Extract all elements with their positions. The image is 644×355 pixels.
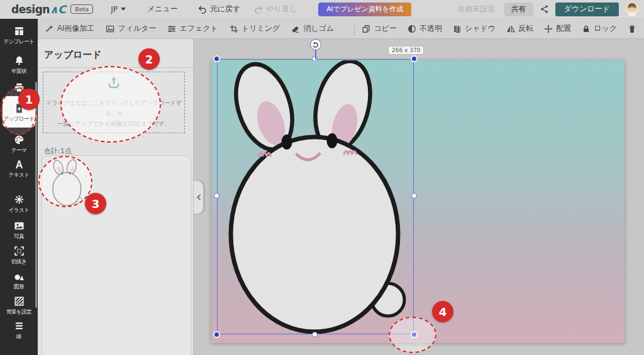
filter-label: フィルター: [118, 23, 156, 34]
sidebar-item-theme[interactable]: テーマ: [0, 133, 38, 155]
delete-button[interactable]: [628, 25, 636, 33]
printer-icon: [0, 81, 38, 94]
undo-button[interactable]: 元に戻す: [198, 4, 241, 14]
avatar[interactable]: [625, 3, 639, 16]
redo-label: やり直し: [266, 4, 297, 14]
background-hatch-icon: [0, 295, 38, 307]
copy-icon: [362, 25, 370, 33]
dropzone-text: ドラッグまたはここをクリックしてアップロードする。※ 一度にアップできる画像は2…: [43, 98, 184, 129]
resize-handle-bottom-left[interactable]: [213, 331, 220, 338]
flip-button[interactable]: 反転: [506, 23, 533, 34]
resize-handle-bottom-right[interactable]: [411, 331, 418, 338]
trimming-button[interactable]: トリミング: [230, 23, 280, 34]
ai-image-edit-button[interactable]: AI画像加工: [45, 23, 94, 34]
lock-icon: [582, 25, 591, 33]
sidebar-item-background[interactable]: 背景を設定: [0, 295, 38, 316]
opacity-button[interactable]: 不透明: [408, 23, 442, 34]
sidebar-item-shapes[interactable]: 図形: [0, 270, 38, 291]
sidebar-item-photo[interactable]: 写真: [0, 219, 38, 241]
undo-label: 元に戻す: [210, 4, 241, 14]
sidebar-label: 年賀状: [0, 68, 38, 75]
ai-image-edit-label: AI画像加工: [57, 23, 94, 34]
sidebar-label: 背景を設定: [0, 309, 38, 316]
flower-icon: [0, 193, 38, 205]
copy-label: コピー: [374, 23, 397, 34]
dropzone-line1: ドラッグまたはここをクリックしてアップロードする。※: [43, 98, 184, 119]
filter-image-icon: [106, 25, 114, 33]
rotate-icon: [313, 41, 319, 48]
flip-label: 反転: [518, 23, 533, 34]
sidebar-item-upload[interactable]: アップロード: [3, 96, 35, 128]
effect-button[interactable]: エフェクト: [167, 23, 218, 34]
resize-handle-left[interactable]: [214, 193, 219, 199]
opacity-label: 不透明: [419, 23, 442, 34]
sidebar-label: 線: [0, 333, 38, 341]
upload-file-icon: [3, 102, 35, 114]
filter-button[interactable]: フィルター: [106, 23, 156, 34]
lines-icon: [0, 319, 38, 332]
sidebar-label: イラスト: [0, 207, 38, 214]
upload-total: 合計:1点: [44, 146, 72, 156]
download-button[interactable]: ダウンロード: [555, 3, 619, 16]
rotate-connector: [315, 50, 316, 60]
avatar-image: [625, 3, 639, 16]
resize-handle-top[interactable]: [312, 56, 318, 62]
share-link-button[interactable]: [540, 4, 549, 14]
design-canvas[interactable]: [211, 60, 625, 343]
resize-handle-right[interactable]: [411, 193, 417, 199]
redo-button[interactable]: やり直し: [254, 4, 297, 14]
uploaded-image-thumbnail[interactable]: [47, 159, 87, 207]
bell-icon: [0, 54, 38, 67]
dropzone-line2: 一度にアップできる画像は20点までです。: [43, 119, 184, 129]
panel-collapse-tab[interactable]: [194, 181, 203, 214]
undo-icon: [198, 5, 207, 14]
language-selector[interactable]: JP: [111, 5, 126, 14]
resize-handle-top-left[interactable]: [213, 55, 220, 62]
copy-button[interactable]: コピー: [362, 23, 397, 34]
menu-button[interactable]: メニュー: [147, 4, 178, 14]
logo[interactable]: design∧C: [11, 3, 65, 16]
toolbar-divider: [354, 22, 355, 36]
sidebar-label: 切抜き: [0, 258, 38, 266]
sidebar-label: テキスト: [0, 172, 38, 179]
uploaded-images-list: [42, 155, 191, 355]
text-icon: [0, 158, 38, 170]
lock-button[interactable]: ロック: [582, 23, 617, 34]
flip-icon: [506, 25, 515, 33]
ai-presentation-button[interactable]: AIでプレゼン資料を作成: [318, 3, 411, 16]
sidebar-item-cutout[interactable]: 切抜き: [0, 244, 38, 266]
eraser-label: 消しゴム: [303, 23, 334, 34]
sidebar-item-illustration[interactable]: イラスト: [0, 193, 38, 214]
resize-handle-top-right[interactable]: [411, 55, 418, 62]
redo-icon: [254, 5, 263, 14]
sidebar-item-text[interactable]: テキスト: [0, 158, 38, 179]
sidebar-item-template[interactable]: テンプレート: [0, 25, 38, 46]
sidebar: テンプレート 年賀状 宛名印刷 アップロード テーマ テキスト イラスト 写真: [0, 19, 38, 355]
document-title[interactable]: 名称未設定: [458, 4, 496, 14]
logo-ac: ∧C: [50, 3, 65, 16]
sidebar-item-nengajo[interactable]: 年賀状: [0, 54, 38, 75]
share-button[interactable]: 共有: [504, 3, 533, 16]
sidebar-label: テンプレート: [0, 38, 38, 46]
arrange-button[interactable]: 配置: [544, 23, 571, 34]
app-header: design∧C Beta JP メニュー 元に戻す やり直し AIでプレゼン資…: [0, 0, 644, 19]
eraser-button[interactable]: 消しゴム: [291, 23, 334, 34]
magic-wand-icon: [45, 25, 54, 33]
panel-title: アップロード: [44, 49, 102, 61]
share-nodes-icon: [540, 4, 549, 14]
upload-dropzone[interactable]: ドラッグまたはここをクリックしてアップロードする。※ 一度にアップできる画像は2…: [43, 72, 185, 133]
beta-badge: Beta: [70, 4, 93, 14]
sidebar-scrollbar[interactable]: [35, 82, 37, 308]
rotate-handle[interactable]: [310, 39, 321, 50]
chevron-down-icon: [121, 8, 126, 11]
cutout-frame-icon: [0, 244, 38, 257]
shadow-label: シャドウ: [465, 23, 496, 34]
sidebar-label: テーマ: [0, 147, 38, 155]
canvas-area: 266 x 370: [194, 39, 644, 355]
shadow-button[interactable]: シャドウ: [453, 23, 496, 34]
language-label: JP: [111, 5, 118, 14]
design-ac-app: design∧C Beta JP メニュー 元に戻す やり直し AIでプレゼン資…: [0, 0, 644, 355]
sidebar-item-line[interactable]: 線: [0, 319, 38, 341]
resize-handle-bottom[interactable]: [312, 332, 318, 337]
selection-size-label: 266 x 370: [389, 46, 423, 54]
